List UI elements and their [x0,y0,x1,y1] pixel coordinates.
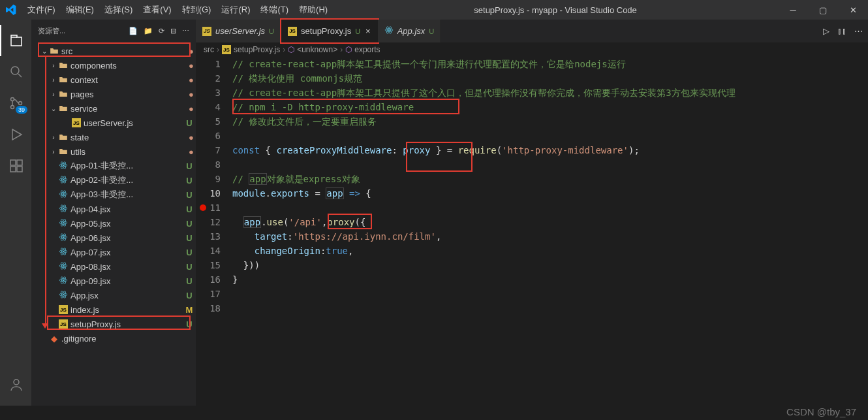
tree-item[interactable]: ⌄ service ● [31,101,196,116]
code-content[interactable]: // create-react-app脚本架工具提供一个专门用来进行代理配置的文… [232,57,848,406]
tab-git-status: U [429,27,434,35]
git-status: U [183,118,196,128]
tree-item[interactable]: JS setupProxy.js U [31,317,196,331]
code-line[interactable] [232,301,848,315]
run-icon[interactable]: ▷ [823,26,829,36]
tree-item[interactable]: App-08.jsx U [31,259,196,274]
code-editor[interactable]: 123456789101112131415161718 // create-re… [196,57,868,406]
code-line[interactable]: // create-react-app脚本架工具只提供了这个入口，但是代理操作没… [232,86,848,100]
file-name: App-04.jsx [70,204,183,214]
file-icon [57,290,69,301]
more-icon[interactable]: ⋯ [854,26,863,36]
extensions-icon[interactable] [0,150,31,182]
tree-item[interactable]: App-01-非受控... U [31,159,196,173]
tree-item[interactable]: App-06.jsx U [31,231,196,245]
tree-item[interactable]: › state ● [31,130,196,144]
tree-item[interactable]: › utils ● [31,144,196,159]
minimap[interactable] [848,57,868,406]
new-folder-icon[interactable]: 📁 [144,27,153,35]
tree-item[interactable]: App.jsx U [31,288,196,302]
svg-point-32 [63,236,64,238]
menu-item[interactable]: 选择(S) [99,1,138,18]
code-line[interactable]: // npm i -D http-proxy-middleware [232,100,848,114]
file-name: App-05.jsx [70,219,183,229]
chevron-icon: › [50,62,57,69]
breadcrumb-separator: › [217,45,219,54]
code-line[interactable]: } [232,272,848,287]
tree-item[interactable]: › components ● [31,58,196,73]
collapse-icon[interactable]: ⊟ [170,27,176,35]
line-number: 17 [196,287,221,301]
tree-item[interactable]: App-05.jsx U [31,216,196,231]
breadcrumb-item[interactable]: <unknown> [297,45,337,54]
tree-item[interactable]: ⌄ src ● [31,44,196,58]
tree-item[interactable]: › context ● [31,73,196,87]
tab-close-icon[interactable]: × [365,26,371,36]
tree-item[interactable]: App-02-非受控... U [31,173,196,187]
tree-item[interactable]: App-07.jsx U [31,245,196,259]
git-status: U [183,319,196,329]
file-name: components [70,61,187,71]
close-button[interactable]: ✕ [838,0,868,20]
file-tree: ⌄ src ● › components ● › context ● › pag… [31,42,196,406]
tree-item[interactable]: App-04.jsx U [31,202,196,216]
menu-item[interactable]: 编辑(E) [61,1,99,18]
file-name: setupProxy.js [70,319,183,329]
chevron-icon: › [50,91,57,98]
menu-item[interactable]: 转到(G) [177,1,217,18]
file-icon [57,104,69,113]
code-line[interactable]: app.use('/api',proxy({ [232,215,848,229]
file-name: userServer.js [84,118,183,128]
code-line[interactable] [232,157,848,172]
code-line[interactable]: })) [232,258,848,272]
menu-item[interactable]: 终端(T) [255,1,294,18]
menu-item[interactable]: 查看(V) [138,1,176,18]
code-line[interactable]: changeOrigin:true, [232,244,848,258]
breadcrumb-item[interactable]: setupProxy.js [234,45,280,54]
code-line[interactable]: // app对象就是express对象 [232,172,848,186]
menu-item[interactable]: 运行(R) [216,1,255,18]
code-line[interactable] [232,287,848,301]
more-icon[interactable]: ⋯ [182,27,189,35]
menu-item[interactable]: 文件(F) [22,1,61,18]
code-line[interactable]: const { createProxyMiddleware: proxy } =… [232,143,848,157]
editor-tab[interactable]: JS userServer.js U [196,20,281,42]
tree-item[interactable]: ◆ .gitignore [31,331,196,346]
svg-point-16 [63,179,64,180]
breadcrumb-item[interactable]: src [204,45,214,54]
search-icon[interactable] [0,56,31,88]
file-icon [57,261,69,272]
tree-item[interactable]: JS userServer.js U [31,116,196,130]
code-line[interactable]: // 模块化使用 commonjs规范 [232,71,848,86]
code-line[interactable] [232,201,848,215]
tree-item[interactable]: › pages ● [31,87,196,101]
menu-item[interactable]: 帮助(H) [294,1,333,18]
git-status: M [183,305,196,315]
code-line[interactable]: target:'https://api.iynn.cn/film', [232,229,848,244]
modified-dot: ● [187,89,196,99]
scm-icon[interactable]: 39 [0,88,31,119]
split-icon[interactable]: ⫿⫿ [837,26,846,36]
breadcrumb[interactable]: src›JSsetupProxy.js›⬡<unknown>›⬡exports [196,42,868,57]
breadcrumb-item[interactable]: exports [354,45,380,54]
file-icon: JS [70,118,82,127]
run-debug-icon[interactable] [0,119,31,150]
breakpoint-icon[interactable] [200,204,206,211]
new-file-icon[interactable]: 📄 [129,27,138,35]
refresh-icon[interactable]: ⟳ [159,27,164,35]
tree-item[interactable]: App-03-非受控... U [31,187,196,202]
chevron-icon: › [50,148,57,155]
explorer-icon[interactable] [0,25,31,56]
accounts-icon[interactable] [0,369,31,400]
code-line[interactable]: // 修改此文件后，一定要重启服务 [232,114,848,129]
vscode-logo [0,5,22,15]
minimize-button[interactable]: ─ [778,0,808,20]
code-line[interactable]: // create-react-app脚本架工具提供一个专门用来进行代理配置的文… [232,57,848,71]
tree-item[interactable]: JS index.js M [31,302,196,317]
editor-tab[interactable]: JS setupProxy.js U × [281,20,378,42]
editor-tab[interactable]: App.jsx U [378,20,442,42]
code-line[interactable]: module.exports = app => { [232,186,848,201]
tree-item[interactable]: App-09.jsx U [31,274,196,288]
code-line[interactable] [232,129,848,143]
maximize-button[interactable]: ▢ [808,0,838,20]
